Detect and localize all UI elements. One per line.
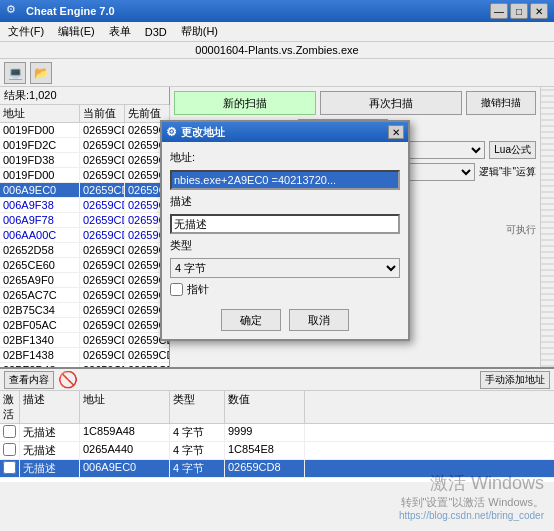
dialog-overlay: ⚙ 更改地址 ✕ 地址: 描述 类型 4 字节 指针 确定 取消 [0,0,554,531]
dialog-cancel-button[interactable]: 取消 [289,309,349,331]
dialog-icon: ⚙ [166,125,177,139]
dialog-pointer-label: 指针 [187,282,209,297]
dialog-desc-label: 描述 [170,194,400,209]
change-address-dialog: ⚙ 更改地址 ✕ 地址: 描述 类型 4 字节 指针 确定 取消 [160,120,410,341]
dialog-body: 地址: 描述 类型 4 字节 指针 [162,142,408,305]
dialog-close-button[interactable]: ✕ [388,125,404,139]
dialog-addr-input[interactable] [170,170,400,190]
dialog-desc-input[interactable] [170,214,400,234]
dialog-type-label: 类型 [170,238,400,253]
dialog-pointer-checkbox[interactable] [170,283,183,296]
dialog-ok-button[interactable]: 确定 [221,309,281,331]
dialog-pointer-row: 指针 [170,282,400,297]
dialog-buttons: 确定 取消 [162,305,408,339]
dialog-title: 更改地址 [181,125,388,140]
dialog-type-select[interactable]: 4 字节 [170,258,400,278]
dialog-title-bar: ⚙ 更改地址 ✕ [162,122,408,142]
dialog-addr-label: 地址: [170,150,400,165]
